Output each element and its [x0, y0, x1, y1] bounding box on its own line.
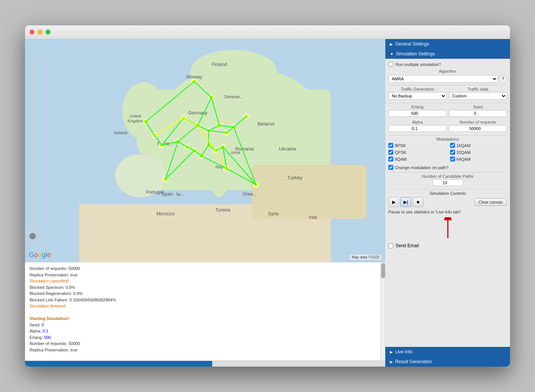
32qam-row: 32QAM: [450, 150, 507, 155]
traffic-data-label: Traffic data: [449, 87, 507, 91]
divider: [388, 172, 507, 172]
minimize-button[interactable]: [38, 30, 42, 34]
bottom-sections: ▶ Live Info ▶ Result Generation: [385, 347, 510, 367]
change-mod-label: Change modulation on path?: [395, 165, 448, 170]
seed-input[interactable]: 0: [449, 110, 507, 117]
svg-text:Iraq: Iraq: [309, 215, 317, 220]
traffic-lights: [30, 30, 50, 34]
red-arrow-icon: [442, 217, 454, 240]
log-line: Blocked Link Failure: 0.3264084568668288…: [30, 297, 380, 303]
collapse-arrow-icon: ▼: [390, 52, 394, 56]
step-button[interactable]: ▶|: [400, 197, 411, 207]
algorithm-label: Algorithm: [388, 69, 507, 74]
log-line: Erlang: 500: [30, 334, 380, 341]
qpsk-checkbox[interactable]: [388, 150, 393, 155]
general-settings-header[interactable]: ▶ General Settings: [385, 39, 510, 49]
algorithm-select[interactable]: AMRA: [388, 75, 498, 83]
bpsk-row: BPSK: [388, 143, 446, 148]
svg-text:Portugal: Portugal: [146, 190, 163, 195]
algorithm-row: AMRA ?: [388, 75, 507, 83]
num-requests-group: Number of requests 50000: [449, 120, 507, 132]
32qam-checkbox[interactable]: [450, 150, 455, 155]
run-multiple-checkbox[interactable]: [388, 62, 393, 67]
send-email-row: Send Email: [388, 243, 507, 248]
bpsk-label: BPSK: [395, 143, 406, 148]
maximize-button[interactable]: [45, 30, 50, 34]
send-email-checkbox[interactable]: [388, 243, 393, 248]
log-line: Replica Preservation: true: [30, 347, 380, 353]
live-info-label: Live Info: [395, 349, 412, 354]
log-panel: Number of requests: 50000 Replica Preser…: [25, 262, 385, 361]
pause-info-text: Pause to see statistics in 'Live Info ta…: [388, 209, 507, 215]
traffic-generators-select[interactable]: No Backup: [388, 92, 447, 100]
alpha-input[interactable]: 0.1: [388, 125, 447, 132]
svg-text:Turkey: Turkey: [287, 175, 302, 180]
log-line: Blocked Regenerators: 0.0%: [30, 290, 380, 297]
help-button[interactable]: ?: [499, 75, 507, 83]
32qam-label: 32QAM: [457, 150, 471, 155]
candidate-paths-group: Number of Candidate Paths 10: [388, 174, 507, 186]
svg-text:Syria: Syria: [268, 211, 278, 216]
progress-fill: [25, 361, 212, 367]
change-mod-checkbox[interactable]: [388, 165, 393, 170]
svg-text:Romania: Romania: [235, 146, 254, 152]
log-line: Blocked Spectrum: 0.0%: [30, 284, 380, 291]
pause-info-area: Pause to see statistics in 'Live Info ta…: [388, 209, 507, 240]
left-panel: Finland Norway Denmar... United Kingdom …: [25, 39, 385, 367]
divider: [388, 103, 507, 103]
modulations-label: Modulations: [388, 137, 507, 141]
erlang-seed-row: Erlang 500 Seed 0: [388, 105, 507, 117]
candidate-paths-label: Number of Candidate Paths: [388, 174, 507, 179]
simulation-settings-header[interactable]: ▼ Simulation Settings: [385, 49, 510, 59]
erlang-input[interactable]: 500: [388, 110, 447, 117]
divider: [388, 189, 507, 190]
play-button[interactable]: ▶: [388, 197, 399, 207]
svg-text:Spain: Spain: [161, 191, 174, 197]
log-line: Replica Preservation: true: [30, 272, 380, 278]
bpsk-checkbox[interactable]: [388, 143, 393, 148]
8qam-label: 8QAM: [395, 157, 407, 162]
zoom-slider[interactable]: [29, 58, 36, 243]
close-button[interactable]: [30, 30, 34, 34]
map-credit: Map data ©2020: [350, 255, 381, 260]
num-requests-label: Number of requests: [449, 120, 507, 124]
alpha-requests-row: Alpha 0.1 Number of requests 50000: [388, 120, 507, 132]
result-generation-header[interactable]: ▶ Result Generation: [385, 357, 510, 367]
svg-text:Sp...: Sp...: [176, 192, 184, 196]
num-requests-input[interactable]: 50000: [449, 125, 507, 132]
sim-controls-label: Simulation Controls: [388, 191, 507, 196]
expand-arrow-icon: ▶: [390, 42, 393, 46]
16qam-checkbox[interactable]: [450, 143, 455, 148]
log-line: Number of requests: 50000: [30, 265, 380, 272]
erlang-label: Erlang: [388, 105, 447, 109]
log-line: Starting Simulation!: [30, 315, 380, 322]
stop-button[interactable]: ■: [413, 197, 423, 207]
64qam-checkbox[interactable]: [450, 157, 455, 162]
clear-canvas-button[interactable]: Clear canvas: [474, 198, 507, 206]
seed-group: Seed 0: [449, 105, 507, 117]
divider: [388, 85, 507, 85]
traffic-data-select[interactable]: Custom: [449, 92, 507, 100]
svg-text:Morocco: Morocco: [156, 211, 174, 216]
simulation-settings-label: Simulation Settings: [396, 51, 435, 56]
erlang-group: Erlang 500: [388, 105, 447, 117]
main-window: Finland Norway Denmar... United Kingdom …: [25, 25, 510, 367]
progress-bar-area: [25, 361, 385, 367]
svg-text:Ukraine: Ukraine: [279, 146, 296, 152]
alpha-group: Alpha 0.1: [388, 120, 447, 132]
qpsk-row: QPSK: [388, 150, 446, 155]
16qam-row: 16QAM: [450, 143, 507, 148]
red-arrow-area: [388, 217, 507, 240]
live-info-header[interactable]: ▶ Live Info: [385, 347, 510, 357]
send-email-label: Send Email: [396, 243, 419, 248]
sim-buttons: ▶ ▶| ■ Clear canvas: [388, 197, 507, 207]
log-line: Number of requests: 50000: [30, 340, 380, 347]
candidate-paths-input[interactable]: 10: [433, 179, 463, 186]
titlebar: [25, 25, 510, 39]
traffic-generators-group: Traffic Generators No Backup: [388, 87, 447, 100]
8qam-checkbox[interactable]: [388, 157, 393, 162]
qpsk-label: QPSK: [395, 150, 407, 155]
expand-result-icon: ▶: [390, 360, 393, 364]
divider: [388, 135, 507, 135]
log-line: Alpha: 0.1: [30, 328, 380, 334]
